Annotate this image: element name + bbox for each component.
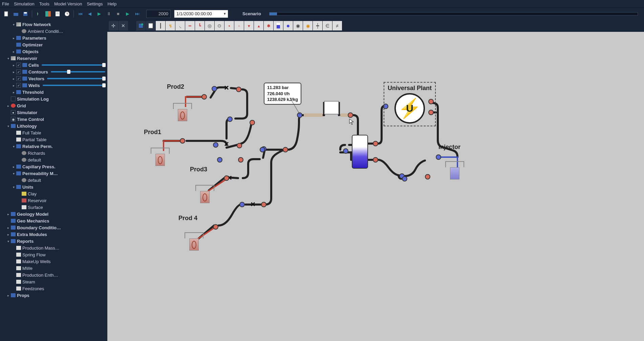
separator-tank[interactable] [352,135,368,169]
checkbox[interactable]: ✓ [16,76,21,81]
well-prod2[interactable] [173,103,192,121]
menu-settings[interactable]: Settings [87,1,103,6]
tree-row[interactable]: ▾Relative Perm. [0,143,107,150]
tool-16-icon[interactable]: ◉ [303,21,313,30]
tree-row[interactable]: ▸Props [0,292,107,299]
tree-row[interactable]: ▾Units [0,184,107,190]
tool-13-icon[interactable] [274,21,283,30]
well-prod4[interactable] [185,232,203,251]
tree-row[interactable]: ▸Parameters [0,35,107,41]
opacity-slider[interactable] [42,64,105,66]
tree-row[interactable]: ▾Permeability M… [0,170,107,177]
tool-17-icon[interactable]: ┿ [313,21,322,30]
expand-icon[interactable]: ▾ [6,239,10,243]
tool-01-icon[interactable]: ┃ [156,21,165,30]
menu-help[interactable]: Help [107,1,116,6]
tree-sidebar[interactable]: ▾Flow NetworkAmbient Conditi…▸Parameters… [0,20,107,341]
open-file-icon[interactable] [12,9,20,18]
checkbox[interactable] [11,97,16,101]
tool-04-icon[interactable]: ━ [185,21,195,30]
crosshair-icon[interactable]: ✢ [109,21,118,30]
opacity-slider[interactable] [47,78,105,79]
checkbox[interactable]: ✓ [16,69,21,74]
universal-plant[interactable]: Universal Plant ⚡ U [384,82,436,126]
tool-09-icon[interactable]: ▫ [234,21,244,30]
tree-row[interactable]: ●Simulator [0,109,107,116]
checkbox[interactable]: ◉ [11,117,16,122]
tree-row[interactable]: ▾Flow Network [0,21,107,28]
stop-icon[interactable]: ■ [114,9,123,18]
tool-03-icon[interactable]: ◟ [175,21,185,30]
tree-row[interactable]: ▸Geology Model [0,211,107,217]
tree-row[interactable]: ▸Extra Modules [0,231,107,238]
step-back-icon[interactable]: ◀ [85,9,94,18]
close-x-icon[interactable]: ✕ [119,21,128,30]
tree-row[interactable]: ▾Reservoir [0,55,107,62]
tool-06-icon[interactable]: ◎ [205,21,214,30]
tool-19-icon[interactable]: ≠ [332,21,342,30]
tool-10-icon[interactable]: ▾ [244,21,254,30]
fast-forward-icon[interactable]: ⏭ [133,9,142,18]
new-file-icon[interactable] [2,9,11,18]
expand-icon[interactable]: ▸ [12,165,16,169]
menu-tools[interactable]: Tools [39,1,49,6]
tree-row[interactable]: ▸Capillary Press. [0,163,107,170]
tree-row[interactable]: ▸✓Vectors [0,75,107,82]
tool-18-icon[interactable]: ∈ [323,21,332,30]
tree-row[interactable]: MWe [0,265,107,272]
save-net-icon[interactable] [136,21,146,30]
expand-icon[interactable]: ▸ [12,90,16,94]
expand-icon[interactable]: ▾ [12,23,16,26]
pause-icon[interactable]: ⏸ [104,9,113,18]
tree-row[interactable]: Feedzones [0,285,107,292]
expand-icon[interactable]: ▾ [12,145,16,148]
expand-icon[interactable]: ▸ [12,63,16,67]
tree-row[interactable]: Spring Flow [0,251,107,258]
tree-row[interactable]: Clay [0,190,107,197]
expand-icon[interactable]: ▸ [6,294,10,297]
expand-icon[interactable]: ▸ [6,104,10,108]
save-icon[interactable] [21,9,30,18]
tree-row[interactable]: ▸Boundary Conditio… [0,224,107,231]
rewind-icon[interactable]: ⏮ [76,9,85,18]
tree-row[interactable]: MakeUp Wells [0,258,107,265]
tree-row[interactable]: ▸Objects [0,48,107,55]
tree-row[interactable]: ◉Time Control [0,116,107,123]
tree-row[interactable]: ▸✓Cells [0,62,107,68]
tree-row[interactable]: Simulation Log [0,95,107,102]
menu-file[interactable]: File [2,1,9,6]
tree-row[interactable]: Steam [0,278,107,285]
blank-page-icon[interactable] [146,21,155,30]
expand-icon[interactable]: ▸ [12,36,16,40]
opacity-slider[interactable] [51,71,105,72]
tool-08-icon[interactable]: ▪ [224,21,234,30]
tool-15-icon[interactable]: ◉ [293,21,303,30]
expand-icon[interactable]: ▸ [6,226,10,230]
tree-row[interactable]: Production Enth… [0,272,107,278]
step-forward-icon[interactable]: ▶ [123,9,132,18]
tree-row[interactable]: Full Table [0,129,107,136]
tree-row[interactable]: ▾Lithology [0,123,107,129]
tree-row[interactable]: Surface [0,204,107,211]
expand-icon[interactable]: ▾ [6,124,10,128]
tree-row[interactable]: default [0,156,107,163]
tree-row[interactable]: Reservoir [0,197,107,204]
tool-07-icon[interactable]: ⊙ [215,21,224,30]
tool-05-icon[interactable]: ┗ [195,21,205,30]
tree-row[interactable]: ▸✓Wells [0,82,107,89]
year-input[interactable] [146,10,171,18]
well-prod3[interactable] [195,185,214,203]
report-icon[interactable] [53,9,62,18]
expand-icon[interactable]: ▸ [6,233,10,236]
tree-row[interactable]: Partial Table [0,136,107,143]
tree-row[interactable]: Optimizer [0,41,107,48]
expand-icon[interactable]: ▾ [12,185,16,189]
palette-icon[interactable] [44,9,52,18]
tool-02-icon[interactable]: ↯ [166,21,175,30]
expand-icon[interactable]: ▸ [6,212,10,216]
expand-icon[interactable]: ▸ [12,70,16,74]
tree-row[interactable]: default [0,177,107,184]
clock-icon[interactable] [63,9,71,18]
menu-simulation[interactable]: Simulation [14,1,35,6]
tree-row[interactable]: Geo Mechanics [0,217,107,224]
